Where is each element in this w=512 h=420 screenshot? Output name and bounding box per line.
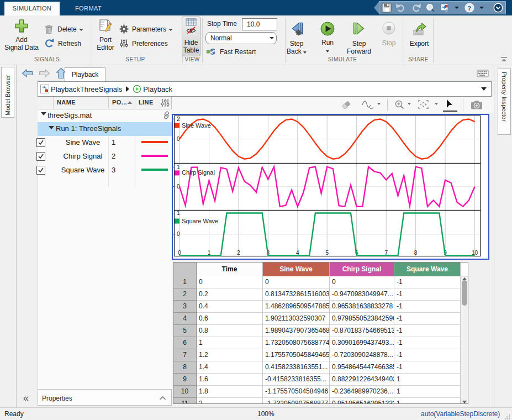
svg-text:0: 0 [177,231,180,237]
svg-text:Chirp Signal: Chirp Signal [182,169,215,176]
svg-text:Sine Wave: Sine Wave [182,122,211,129]
svg-text:8: 8 [414,250,418,256]
svg-text:Square Wave: Square Wave [182,218,218,224]
svg-text:1: 1 [177,210,180,216]
svg-text:5: 5 [325,250,329,256]
svg-text:Model Browser: Model Browser [4,75,11,116]
svg-text:?: ? [468,4,472,12]
svg-text:1: 1 [177,164,180,170]
svg-text:Property Inspector: Property Inspector [501,72,508,122]
svg-text:2: 2 [237,250,240,256]
svg-text:2: 2 [177,116,180,122]
